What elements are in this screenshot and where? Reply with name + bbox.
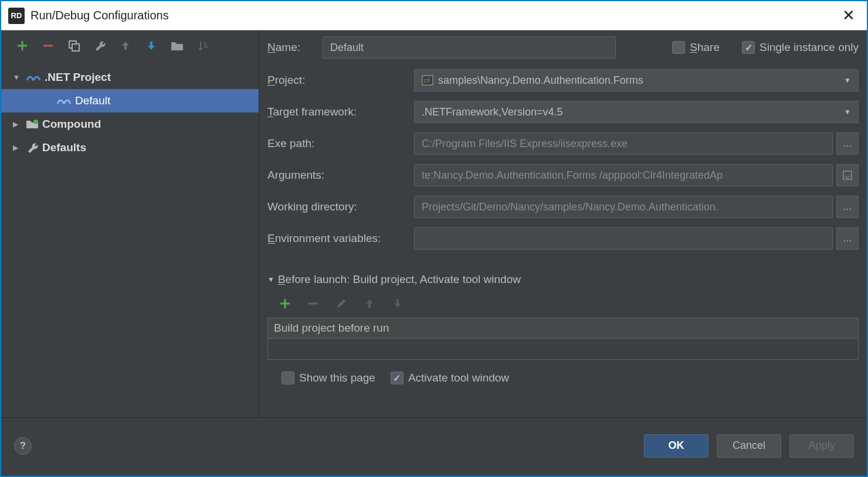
arrow-down-icon (392, 298, 403, 309)
edit-defaults-button[interactable] (91, 38, 108, 54)
sort-button[interactable] (195, 38, 211, 54)
title-bar: RD Run/Debug Configurations ✕ (1, 1, 867, 30)
exe-input[interactable] (414, 132, 833, 155)
activate-group[interactable]: Activate tool window (391, 372, 509, 384)
share-label: Share (690, 41, 720, 54)
project-row: Project: c# samples\Nancy.Demo.Authentic… (267, 69, 859, 91)
share-checkbox-group[interactable]: Share (672, 41, 720, 54)
config-toolbar (1, 30, 259, 63)
expand-arrow-icon: ▶ (13, 120, 22, 128)
add-task-button[interactable] (277, 295, 293, 312)
csharp-file-icon: c# (422, 75, 433, 86)
tree-label: Default (75, 94, 110, 107)
copy-config-button[interactable] (66, 38, 82, 54)
expand-arrow-icon: ▶ (13, 144, 22, 152)
right-panel: Name: Share Single instance only Project… (259, 30, 867, 417)
before-launch-header[interactable]: ▼ Before launch: Build project, Activate… (267, 273, 859, 286)
before-launch-list[interactable]: Build project before run (267, 318, 859, 360)
cancel-button[interactable]: Cancel (717, 434, 781, 458)
ok-button[interactable]: OK (644, 434, 708, 458)
triangle-down-icon: ▼ (267, 275, 274, 284)
add-config-button[interactable] (14, 38, 30, 54)
chevron-down-icon: ▼ (844, 108, 851, 116)
exe-browse-button[interactable]: … (836, 132, 859, 155)
arguments-input[interactable] (414, 164, 833, 186)
show-page-label: Show this page (299, 372, 375, 384)
tree-label: Defaults (42, 141, 86, 154)
list-item[interactable]: Build project before run (268, 318, 858, 339)
target-select[interactable]: .NETFramework,Version=v4.5 ▼ (414, 101, 859, 123)
wrench-icon (26, 141, 39, 154)
move-up-button[interactable] (117, 38, 134, 54)
task-up-button[interactable] (361, 295, 378, 312)
project-label: Project: (267, 74, 414, 87)
wrench-icon (93, 39, 106, 52)
left-panel: ▼ .NET Project Default ▶ Compound ▶ Defa… (1, 30, 259, 417)
remove-task-button[interactable] (305, 295, 321, 312)
dotnet-icon (26, 72, 41, 83)
share-checkbox[interactable] (672, 41, 685, 54)
env-row: Environment variables: … (267, 227, 859, 250)
target-value: .NETFramework,Version=v4.5 (422, 106, 563, 118)
exe-row: Exe path: … (267, 132, 859, 155)
remove-config-button[interactable] (40, 38, 56, 54)
single-instance-label: Single instance only (760, 41, 859, 54)
tree-node-dotnet-project[interactable]: ▼ .NET Project (1, 66, 259, 89)
chevron-down-icon: ▼ (844, 76, 851, 84)
name-row: Name: Share Single instance only (267, 36, 859, 59)
workdir-label: Working directory: (267, 200, 414, 213)
expand-icon (842, 170, 853, 180)
config-tree[interactable]: ▼ .NET Project Default ▶ Compound ▶ Defa… (1, 63, 259, 417)
arrow-down-icon (145, 40, 157, 52)
edit-task-button[interactable] (333, 295, 350, 312)
folder-icon (26, 119, 39, 130)
arrow-up-icon (120, 40, 131, 52)
single-instance-checkbox-group[interactable]: Single instance only (742, 41, 859, 54)
task-down-button[interactable] (389, 295, 406, 312)
help-button[interactable]: ? (14, 437, 32, 455)
app-icon: RD (8, 8, 25, 24)
workdir-input[interactable] (414, 196, 833, 218)
arguments-expand-button[interactable] (836, 164, 859, 186)
show-page-group[interactable]: Show this page (282, 372, 375, 384)
workdir-browse-button[interactable]: … (836, 196, 859, 218)
arguments-row: Arguments: (267, 164, 859, 186)
show-page-checkbox[interactable] (282, 372, 294, 384)
minus-icon (307, 298, 319, 309)
name-input[interactable] (323, 36, 616, 59)
single-instance-checkbox[interactable] (742, 41, 755, 54)
folder-icon (171, 40, 184, 52)
minus-icon (42, 39, 55, 52)
env-input[interactable] (414, 227, 833, 250)
before-launch-toolbar (267, 293, 859, 318)
workdir-row: Working directory: … (267, 196, 859, 218)
env-browse-button[interactable]: … (836, 227, 859, 250)
arguments-label: Arguments: (267, 169, 414, 182)
sort-icon (197, 40, 209, 52)
tree-node-default[interactable]: Default (1, 89, 259, 113)
pencil-icon (335, 298, 347, 309)
exe-label: Exe path: (267, 137, 414, 150)
tree-label: .NET Project (45, 71, 111, 84)
dotnet-icon (56, 96, 72, 106)
tree-label: Compound (42, 118, 101, 131)
tree-node-compound[interactable]: ▶ Compound (1, 113, 259, 136)
svg-point-2 (33, 120, 38, 124)
close-button[interactable]: ✕ (838, 6, 860, 25)
env-label: Environment variables: (267, 232, 414, 245)
copy-icon (67, 39, 80, 52)
dialog-footer: ? OK Cancel Apply (1, 417, 867, 473)
tree-node-defaults[interactable]: ▶ Defaults (1, 136, 259, 159)
target-row: Target framework: .NETFramework,Version=… (267, 101, 859, 123)
activate-checkbox[interactable] (391, 372, 404, 384)
project-select[interactable]: c# samples\Nancy.Demo.Authentication.For… (414, 69, 859, 91)
activate-label: Activate tool window (408, 372, 509, 384)
move-down-button[interactable] (143, 38, 160, 54)
name-label: Name: (267, 41, 314, 54)
plus-icon (279, 298, 291, 309)
svg-rect-1 (72, 44, 79, 51)
apply-button[interactable]: Apply (789, 434, 854, 458)
new-folder-button[interactable] (169, 38, 185, 54)
expand-arrow-icon: ▼ (13, 73, 22, 81)
arrow-up-icon (364, 298, 375, 309)
